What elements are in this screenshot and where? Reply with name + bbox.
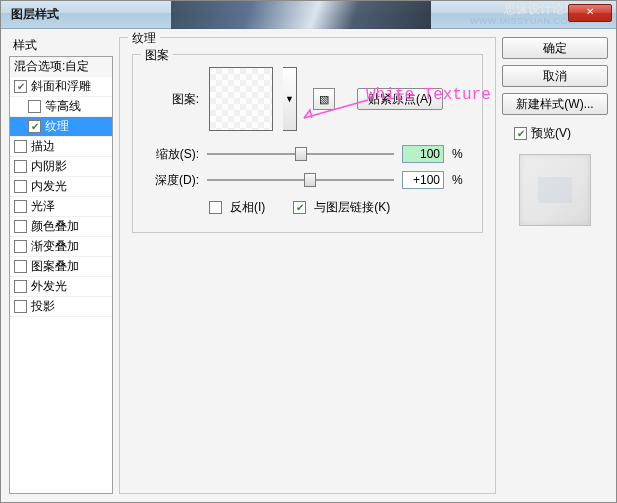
preview-checkbox[interactable] <box>514 127 527 140</box>
new-style-button[interactable]: 新建样式(W)... <box>502 93 608 115</box>
pattern-legend: 图案 <box>141 47 173 64</box>
style-row-8[interactable]: 渐变叠加 <box>10 237 112 257</box>
style-label: 图案叠加 <box>31 258 79 275</box>
scale-slider[interactable] <box>207 145 394 163</box>
snap-origin-button[interactable]: 贴紧原点(A) <box>357 88 443 110</box>
style-row-4[interactable]: 内阴影 <box>10 157 112 177</box>
window-title: 图层样式 <box>7 6 59 23</box>
style-checkbox[interactable] <box>14 140 27 153</box>
options-row: 反相(I) 与图层链接(K) <box>209 199 468 216</box>
style-checkbox[interactable] <box>14 80 27 93</box>
texture-legend: 纹理 <box>128 30 160 47</box>
style-label: 光泽 <box>31 198 55 215</box>
depth-row: 深度(D): +100 % <box>147 171 468 189</box>
style-checkbox[interactable] <box>14 220 27 233</box>
style-checkbox[interactable] <box>28 120 41 133</box>
style-row-11[interactable]: 投影 <box>10 297 112 317</box>
depth-input[interactable]: +100 <box>402 171 444 189</box>
percent-unit: % <box>452 147 468 161</box>
style-row-10[interactable]: 外发光 <box>10 277 112 297</box>
preview-label: 预览(V) <box>531 125 571 142</box>
layer-style-dialog: 图层样式 思缘设计论坛 WWW.MISSYUAN.COM ✕ 样式 混合选项:自… <box>0 0 617 503</box>
style-checkbox[interactable] <box>14 240 27 253</box>
style-label: 颜色叠加 <box>31 218 79 235</box>
depth-label: 深度(D): <box>147 172 199 189</box>
pattern-fieldset: 图案 图案: ▼ ▧ 贴紧原点(A) 缩放(S): <box>132 54 483 233</box>
actions-column: 确定 取消 新建样式(W)... 预览(V) <box>502 37 608 494</box>
style-label: 渐变叠加 <box>31 238 79 255</box>
watermark-line2: WWW.MISSYUAN.COM <box>470 15 576 27</box>
link-layer-label: 与图层链接(K) <box>314 199 390 216</box>
style-label: 投影 <box>31 298 55 315</box>
style-label: 描边 <box>31 138 55 155</box>
style-label: 等高线 <box>45 98 81 115</box>
style-row-1[interactable]: 等高线 <box>10 97 112 117</box>
style-row-5[interactable]: 内发光 <box>10 177 112 197</box>
style-row-2[interactable]: 纹理 <box>10 117 112 137</box>
watermark: 思缘设计论坛 WWW.MISSYUAN.COM <box>470 3 576 27</box>
cancel-button[interactable]: 取消 <box>502 65 608 87</box>
pattern-swatch[interactable] <box>209 67 273 131</box>
style-row-6[interactable]: 光泽 <box>10 197 112 217</box>
style-row-9[interactable]: 图案叠加 <box>10 257 112 277</box>
slider-track <box>207 179 394 181</box>
style-label: 外发光 <box>31 278 67 295</box>
style-label: 内发光 <box>31 178 67 195</box>
style-checkbox[interactable] <box>14 280 27 293</box>
style-label: 内阴影 <box>31 158 67 175</box>
pattern-dropdown[interactable]: ▼ <box>283 67 297 131</box>
styles-list: 混合选项:自定 斜面和浮雕等高线纹理描边内阴影内发光光泽颜色叠加渐变叠加图案叠加… <box>9 56 113 494</box>
style-label: 斜面和浮雕 <box>31 78 91 95</box>
scale-input[interactable]: 100 <box>402 145 444 163</box>
watermark-line1: 思缘设计论坛 <box>470 3 576 15</box>
style-checkbox[interactable] <box>14 260 27 273</box>
style-checkbox[interactable] <box>14 300 27 313</box>
titlebar[interactable]: 图层样式 思缘设计论坛 WWW.MISSYUAN.COM ✕ <box>1 1 616 29</box>
ok-button[interactable]: 确定 <box>502 37 608 59</box>
style-checkbox[interactable] <box>14 180 27 193</box>
depth-slider[interactable] <box>207 171 394 189</box>
pattern-label: 图案: <box>147 91 199 108</box>
scale-label: 缩放(S): <box>147 146 199 163</box>
style-label: 纹理 <box>45 118 69 135</box>
preview-thumbnail <box>519 154 591 226</box>
styles-label: 样式 <box>13 37 113 54</box>
scale-thumb[interactable] <box>295 147 307 161</box>
invert-checkbox[interactable] <box>209 201 222 214</box>
style-checkbox[interactable] <box>14 160 27 173</box>
style-row-7[interactable]: 颜色叠加 <box>10 217 112 237</box>
preview-row: 预览(V) <box>514 125 608 142</box>
style-row-0[interactable]: 斜面和浮雕 <box>10 77 112 97</box>
pattern-row: 图案: ▼ ▧ 贴紧原点(A) <box>147 67 468 131</box>
close-button[interactable]: ✕ <box>568 4 612 22</box>
style-checkbox[interactable] <box>28 100 41 113</box>
invert-label: 反相(I) <box>230 199 265 216</box>
blend-options-row[interactable]: 混合选项:自定 <box>10 57 112 77</box>
dialog-body: 样式 混合选项:自定 斜面和浮雕等高线纹理描边内阴影内发光光泽颜色叠加渐变叠加图… <box>1 29 616 502</box>
depth-thumb[interactable] <box>304 173 316 187</box>
styles-column: 样式 混合选项:自定 斜面和浮雕等高线纹理描边内阴影内发光光泽颜色叠加渐变叠加图… <box>9 37 113 494</box>
settings-column: 纹理 图案 图案: ▼ ▧ 贴紧原点(A) 缩放(S): <box>119 37 496 494</box>
blend-options-label: 混合选项:自定 <box>14 58 89 75</box>
style-row-3[interactable]: 描边 <box>10 137 112 157</box>
link-layer-checkbox[interactable] <box>293 201 306 214</box>
new-preset-icon[interactable]: ▧ <box>313 88 335 110</box>
scale-row: 缩放(S): 100 % <box>147 145 468 163</box>
style-checkbox[interactable] <box>14 200 27 213</box>
percent-unit: % <box>452 173 468 187</box>
titlebar-decor <box>171 1 431 29</box>
texture-fieldset: 纹理 图案 图案: ▼ ▧ 贴紧原点(A) 缩放(S): <box>119 37 496 494</box>
